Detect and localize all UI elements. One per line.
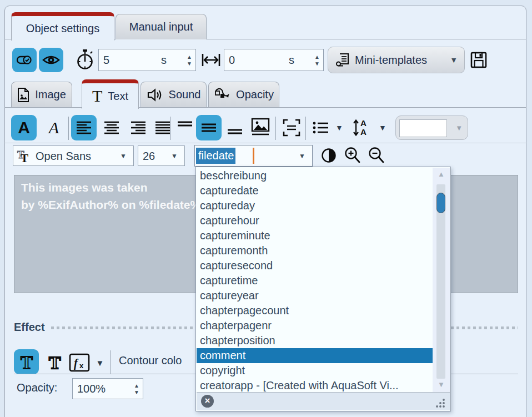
text-t-icon: T	[92, 88, 102, 104]
scrollbar-track[interactable]	[436, 184, 445, 379]
text-caret	[253, 148, 254, 164]
list-item[interactable]: captureday	[197, 198, 433, 213]
zoom-out-button[interactable]	[367, 145, 387, 165]
bullet-list-dropdown-button[interactable]: ▼	[332, 115, 347, 140]
spacing-value: 0	[229, 54, 235, 67]
font-family-combobox[interactable]: T T Open Sans ▼	[13, 145, 134, 166]
font-color-swatch[interactable]	[399, 119, 447, 137]
duration-spin-buttons[interactable]: ▲▼	[187, 54, 192, 66]
bold-icon: A	[18, 118, 30, 137]
font-family-value: Open Sans	[36, 149, 91, 162]
tab-image-label: Image	[35, 88, 66, 101]
svg-text:f: f	[74, 357, 79, 370]
list-item-selected[interactable]: comment	[197, 348, 433, 363]
insert-image-button[interactable]	[248, 114, 273, 140]
chevron-down-icon[interactable]: ▼	[299, 152, 305, 160]
duration-spinbox[interactable]: 5 s ▲▼	[98, 49, 196, 71]
text-fx-effect-button[interactable]: f x	[68, 352, 91, 373]
spacing-spin-buttons[interactable]: ▲▼	[314, 54, 320, 66]
tab-text-label: Text	[108, 90, 128, 103]
font-color-picker[interactable]: ▼	[395, 115, 468, 140]
tab-sound[interactable]: Sound	[140, 82, 207, 107]
spacing-unit: s	[289, 54, 294, 67]
variable-dropdown-popup: beschreibung capturedate captureday capt…	[195, 167, 451, 411]
tab-sound-label: Sound	[169, 88, 201, 101]
opacity-spin-buttons[interactable]: ▲▼	[134, 383, 139, 395]
resize-grip[interactable]	[434, 397, 445, 408]
text-outline-effect-button[interactable]: T	[14, 349, 39, 374]
valign-top-button[interactable]	[174, 115, 196, 140]
align-left-icon	[76, 119, 92, 136]
tab-text[interactable]: T Text	[82, 79, 139, 109]
scroll-up-icon[interactable]: ▲	[433, 170, 450, 178]
list-item[interactable]: beschreibung	[197, 168, 433, 183]
scroll-down-icon[interactable]: ▼	[433, 380, 450, 389]
list-item[interactable]: capturemonth	[197, 243, 433, 258]
align-center-icon	[103, 119, 120, 136]
list-item[interactable]: capturehour	[197, 213, 433, 228]
list-item[interactable]: captureyear	[197, 288, 433, 303]
opacity-spinbox[interactable]: 100% ▲▼	[72, 378, 143, 399]
fit-text-button[interactable]	[279, 115, 304, 140]
spacing-spinbox[interactable]: 0 s ▲▼	[224, 49, 324, 71]
width-arrow-icon	[201, 52, 221, 68]
save-icon	[470, 51, 488, 69]
list-item[interactable]: chapterpagecount	[197, 303, 433, 318]
visibility-button[interactable]	[39, 48, 63, 72]
chevron-down-icon[interactable]: ▼	[455, 124, 463, 132]
toolbar-separator	[68, 117, 69, 140]
align-center-button[interactable]	[99, 115, 124, 140]
list-item[interactable]: chapterpagenr	[197, 318, 433, 333]
variable-selection: filedate	[196, 148, 235, 164]
line-spacing-button[interactable]: A A	[350, 115, 374, 140]
bold-button[interactable]: A	[11, 115, 37, 140]
valign-middle-icon	[200, 119, 218, 137]
bullet-list-button[interactable]	[309, 117, 332, 139]
variable-combobox[interactable]: filedate ▼	[194, 145, 313, 167]
valign-top-icon	[176, 119, 194, 137]
justify-button[interactable]	[150, 115, 175, 140]
list-item[interactable]: capturesecond	[197, 258, 433, 273]
effect-dropdown-button[interactable]: ▼	[92, 352, 108, 373]
align-right-button[interactable]	[126, 115, 151, 140]
mini-templates-button[interactable]: Mini-templates ▼	[328, 47, 465, 73]
list-item[interactable]: capturetime	[197, 273, 433, 288]
list-item[interactable]: captureminute	[197, 228, 433, 243]
dropdown-scrollbar[interactable]: ▲ ▼	[433, 168, 450, 392]
object-settings-window: Object settings Manual input	[0, 0, 532, 417]
italic-icon: A	[49, 118, 59, 137]
font-size-combobox[interactable]: 26 ▼	[138, 145, 185, 166]
inline-image-icon	[250, 117, 271, 138]
svg-text:T: T	[21, 152, 28, 164]
chevron-down-icon: ▼	[379, 123, 387, 132]
svg-text:T: T	[21, 353, 33, 372]
opacity-fade-icon	[214, 87, 230, 103]
justify-icon	[154, 119, 171, 136]
valign-bottom-button[interactable]	[224, 115, 246, 140]
toolbar-divider	[4, 143, 526, 143]
tab-opacity[interactable]: Opacity	[208, 82, 279, 107]
list-item[interactable]: capturedate	[197, 183, 433, 198]
line-spacing-icon: A A	[352, 118, 372, 137]
list-item[interactable]: chapterposition	[197, 333, 433, 348]
list-item[interactable]: copyright	[197, 363, 433, 378]
svg-text:T: T	[49, 353, 61, 372]
save-template-button[interactable]	[469, 50, 488, 70]
italic-button[interactable]: A	[41, 115, 67, 140]
list-item[interactable]: creatorapp - [Created with AquaSoft Vi..…	[197, 378, 433, 393]
opacity-label: Opacity:	[17, 381, 57, 394]
align-left-button[interactable]	[71, 115, 97, 140]
link-toggle-button[interactable]	[12, 48, 37, 72]
tab-manual-input[interactable]: Manual input	[116, 14, 207, 39]
bullet-list-icon	[312, 119, 329, 137]
text-plain-effect-button[interactable]: T	[43, 350, 67, 374]
close-button[interactable]: ×	[201, 395, 214, 408]
line-spacing-dropdown-button[interactable]: ▼	[375, 115, 390, 140]
tab-object-settings[interactable]: Object settings	[11, 12, 114, 41]
tab-image[interactable]: Image	[11, 82, 72, 107]
scrollbar-thumb[interactable]	[436, 193, 445, 213]
zoom-in-button[interactable]	[343, 145, 363, 165]
contrast-button[interactable]	[319, 146, 338, 165]
svg-text:A: A	[360, 127, 367, 137]
valign-middle-button[interactable]	[196, 115, 222, 140]
